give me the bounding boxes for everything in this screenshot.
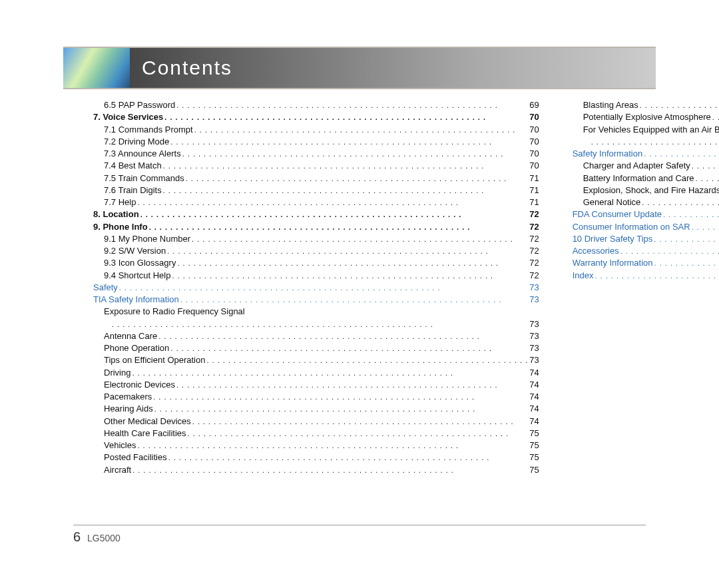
leader-dots — [206, 355, 528, 366]
toc-entry-label: Driving — [104, 368, 130, 378]
header-band: Contents — [63, 47, 656, 89]
toc-entry: Safety73 — [93, 282, 539, 293]
leader-dots — [654, 234, 719, 244]
toc-entry-label: 7.2 Driving Mode — [104, 137, 169, 147]
leader-dots — [168, 452, 529, 463]
footer: 6 LG5000 — [73, 525, 646, 545]
toc-entry: Safety Information76 — [573, 148, 719, 159]
leader-dots — [591, 137, 719, 147]
toc-entry: 10 Driver Safety Tips86 — [573, 234, 719, 244]
leader-dots — [182, 148, 529, 159]
toc-entry-label: 9.4 Shortcut Help — [104, 270, 170, 281]
toc-entry-page: 73 — [529, 319, 539, 330]
toc-entry-page: 75 — [529, 465, 539, 475]
toc-column-right: Blasting Areas75Potentially Explosive At… — [573, 99, 719, 477]
toc-entry: 7.2 Driving Mode70 — [93, 137, 539, 147]
leader-dots — [132, 368, 528, 378]
toc-entry-page: 70 — [529, 160, 539, 171]
toc-entry: Vehicles75 — [93, 440, 539, 451]
leader-dots — [176, 380, 528, 390]
toc-entry-label: Safety Information — [573, 148, 643, 159]
toc-entry-page: 70 — [529, 137, 539, 147]
toc-entry-label: Accessories — [573, 246, 619, 256]
toc-entry-page: 71 — [529, 173, 539, 184]
leader-dots — [140, 209, 529, 220]
toc-entry-label: Battery Information and Care — [583, 173, 694, 184]
leader-dots — [137, 440, 528, 451]
leader-dots — [132, 465, 528, 475]
toc-entry-label: 8. Location — [93, 209, 139, 220]
leader-dots — [172, 270, 528, 281]
leader-dots — [163, 185, 528, 196]
leader-dots — [119, 282, 528, 293]
leader-dots — [158, 331, 528, 342]
toc-entry-label: Tips on Efficient Operation — [104, 355, 205, 366]
toc-entry-label: Posted Facilities — [104, 452, 167, 463]
toc-entry-label: 9. Phone Info — [93, 222, 148, 232]
leader-dots — [620, 246, 719, 256]
toc-entry-label: General Notice — [583, 197, 641, 208]
toc-entry: Posted Facilities75 — [93, 452, 539, 463]
toc-entry: FDA Consumer Update78 — [573, 209, 719, 220]
leader-dots — [192, 234, 528, 244]
leader-dots — [170, 137, 528, 147]
toc-entry-label: Potentially Explosive Atmosphere — [583, 112, 711, 123]
toc-entry-page: 75 — [529, 428, 539, 439]
toc-entry-label: Aircraft — [104, 465, 131, 475]
leader-dots — [153, 392, 528, 402]
toc-entry-label: Health Care Facilities — [104, 428, 186, 439]
toc-entry: 7.5 Train Commands71 — [93, 173, 539, 184]
toc-entry: Phone Operation73 — [93, 343, 539, 354]
toc-entry-label: Exposure to Radio Frequency Signal — [104, 306, 245, 317]
leader-dots — [180, 294, 529, 305]
leader-dots — [663, 209, 719, 220]
toc-entry-page: 73 — [529, 282, 539, 293]
toc-entry-page: 70 — [529, 148, 539, 159]
toc-entry-page: 72 — [529, 246, 539, 256]
toc-entry: Blasting Areas75 — [573, 100, 719, 111]
leader-dots — [176, 100, 528, 111]
toc-entry-page: 69 — [529, 100, 539, 111]
leader-dots — [112, 319, 528, 330]
toc-entry-label: Explosion, Shock, and Fire Hazards — [583, 185, 719, 196]
leader-dots — [640, 100, 719, 111]
toc-entry-page: 75 — [529, 452, 539, 463]
toc-entry: Antenna Care73 — [93, 331, 539, 342]
toc-columns: 6.5 PAP Password697. Voice Services707.1… — [93, 99, 626, 477]
toc-entry-page: 72 — [529, 270, 539, 281]
page-number: 6 — [73, 529, 81, 544]
toc-entry: Health Care Facilities75 — [93, 428, 539, 439]
leader-dots — [154, 404, 528, 414]
toc-entry-page: 74 — [529, 368, 539, 378]
toc-column-left: 6.5 PAP Password697. Voice Services707.1… — [93, 99, 539, 477]
toc-entry-label: Charger and Adapter Safety — [583, 160, 690, 171]
toc-entry: For Vehicles Equipped with an Air Bag — [573, 125, 719, 135]
toc-entry-page: 72 — [529, 222, 539, 232]
leader-dots — [692, 160, 719, 171]
leader-dots — [595, 270, 719, 281]
toc-entry-label: Pacemakers — [104, 392, 152, 402]
leader-dots — [170, 343, 528, 354]
leader-dots — [186, 173, 529, 184]
toc-entry: TIA Safety Information73 — [93, 294, 539, 305]
toc-entry-label: Warranty Information — [573, 258, 653, 268]
toc-entry: 75 — [573, 137, 719, 147]
toc-entry: Hearing Aids74 — [93, 404, 539, 414]
toc-entry: 7. Voice Services70 — [93, 112, 539, 123]
toc-entry-page: 71 — [529, 185, 539, 196]
toc-entry-label: 9.3 Icon Glossagry — [104, 258, 176, 268]
toc-entry-label: Phone Operation — [104, 343, 169, 354]
toc-entry-page: 74 — [529, 392, 539, 402]
toc-entry-label: Antenna Care — [104, 331, 157, 342]
toc-entry-page: 73 — [529, 331, 539, 342]
toc-entry-page: 72 — [529, 209, 539, 220]
header-image — [63, 48, 130, 88]
page-title: Contents — [142, 57, 232, 79]
toc-entry-label: 7.3 Announce Alerts — [104, 148, 181, 159]
toc-entry-label: 7.4 Best Match — [104, 160, 162, 171]
toc-entry-page: 73 — [529, 343, 539, 354]
toc-entry: 9.4 Shortcut Help72 — [93, 270, 539, 281]
toc-entry: Pacemakers74 — [93, 392, 539, 402]
toc-entry-page: 74 — [529, 404, 539, 414]
leader-dots — [692, 222, 719, 232]
